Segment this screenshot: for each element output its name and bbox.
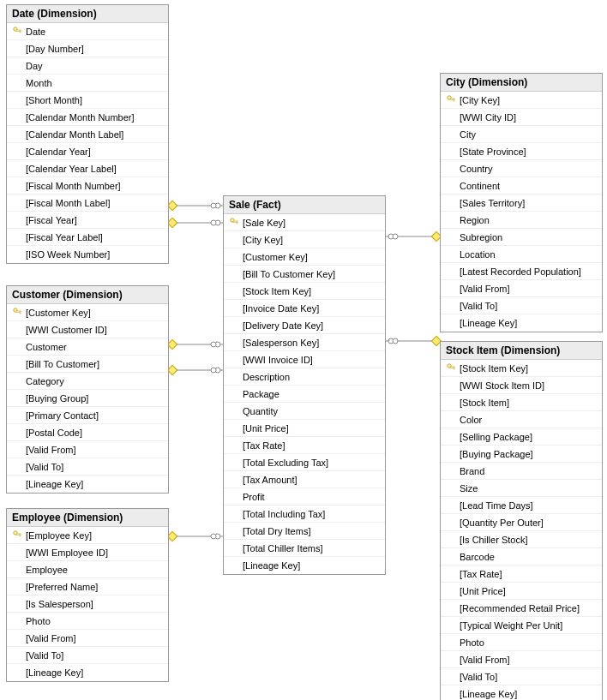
column-row[interactable]: City (441, 126, 602, 143)
column-row[interactable]: [Postal Code] (7, 424, 168, 441)
column-row[interactable]: Employee (7, 561, 168, 578)
column-row[interactable]: Photo (7, 613, 168, 630)
column-row[interactable]: [Salesperson Key] (224, 334, 385, 351)
column-row[interactable]: [Unit Price] (441, 583, 602, 600)
column-row[interactable]: [City Key] (224, 231, 385, 248)
column-row[interactable]: Color (441, 411, 602, 428)
column-row[interactable]: [Fiscal Year] (7, 212, 168, 229)
column-row[interactable]: [Customer Key] (7, 304, 168, 321)
column-row[interactable]: Day (7, 57, 168, 75)
column-row[interactable]: Continent (441, 177, 602, 194)
column-row[interactable]: Country (441, 160, 602, 177)
table-header[interactable]: Customer (Dimension) (7, 286, 168, 304)
column-row[interactable]: [WWI Invoice ID] (224, 351, 385, 368)
table-stock[interactable]: Stock Item (Dimension)[Stock Item Key][W… (440, 341, 603, 700)
column-row[interactable]: [WWI Stock Item ID] (441, 377, 602, 394)
column-row[interactable]: [Valid From] (441, 280, 602, 297)
column-row[interactable]: [Tax Rate] (441, 565, 602, 583)
column-row[interactable]: [Is Salesperson] (7, 595, 168, 613)
table-sale[interactable]: Sale (Fact)[Sale Key][City Key][Customer… (223, 195, 386, 575)
column-row[interactable]: [WWI Customer ID] (7, 321, 168, 338)
column-row[interactable]: Month (7, 75, 168, 92)
column-row[interactable]: Barcode (441, 548, 602, 565)
column-row[interactable]: [Total Including Tax] (224, 506, 385, 523)
column-row[interactable]: [Unit Price] (224, 420, 385, 437)
column-row[interactable]: Brand (441, 463, 602, 480)
column-row[interactable]: [Customer Key] (224, 248, 385, 266)
table-customer[interactable]: Customer (Dimension)[Customer Key][WWI C… (6, 285, 169, 494)
table-header[interactable]: Date (Dimension) (7, 5, 168, 23)
column-row[interactable]: [Valid To] (441, 297, 602, 314)
column-row[interactable]: [Fiscal Year Label] (7, 229, 168, 246)
column-row[interactable]: Quantity (224, 403, 385, 420)
column-row[interactable]: [Buying Group] (7, 390, 168, 407)
column-row[interactable]: [Valid From] (7, 441, 168, 458)
column-row[interactable]: [WWI Employee ID] (7, 544, 168, 561)
column-row[interactable]: [Short Month] (7, 92, 168, 109)
column-row[interactable]: [Delivery Date Key] (224, 317, 385, 334)
column-row[interactable]: [Fiscal Month Number] (7, 177, 168, 194)
table-employee[interactable]: Employee (Dimension)[Employee Key][WWI E… (6, 508, 169, 682)
table-date[interactable]: Date (Dimension)Date[Day Number]DayMonth… (6, 4, 169, 264)
table-header[interactable]: Sale (Fact) (224, 196, 385, 214)
column-row[interactable]: Description (224, 368, 385, 386)
column-row[interactable]: [Employee Key] (7, 527, 168, 544)
column-row[interactable]: Location (441, 246, 602, 263)
column-row[interactable]: [WWI City ID] (441, 109, 602, 126)
column-row[interactable]: Date (7, 23, 168, 40)
column-row[interactable]: [Selling Package] (441, 428, 602, 446)
column-row[interactable]: [Lineage Key] (224, 557, 385, 574)
column-row[interactable]: [Valid From] (7, 630, 168, 647)
column-row[interactable]: [Lineage Key] (441, 314, 602, 332)
column-row[interactable]: [Stock Item] (441, 394, 602, 411)
table-city[interactable]: City (Dimension)[City Key][WWI City ID]C… (440, 73, 603, 332)
column-row[interactable]: [City Key] (441, 92, 602, 109)
column-row[interactable]: [Valid To] (441, 668, 602, 685)
table-header[interactable]: Stock Item (Dimension) (441, 342, 602, 360)
table-header[interactable]: City (Dimension) (441, 74, 602, 92)
column-row[interactable]: [Fiscal Month Label] (7, 194, 168, 212)
column-row[interactable]: [Lineage Key] (7, 476, 168, 493)
column-row[interactable]: Size (441, 480, 602, 497)
column-row[interactable]: [Calendar Month Number] (7, 109, 168, 126)
column-row[interactable]: [Latest Recorded Population] (441, 263, 602, 280)
column-row[interactable]: [Typical Weight Per Unit] (441, 617, 602, 634)
column-row[interactable]: [Preferred Name] (7, 578, 168, 595)
column-row[interactable]: [Total Excluding Tax] (224, 454, 385, 471)
column-row[interactable]: [Valid To] (7, 647, 168, 664)
column-row[interactable]: [Stock Item Key] (441, 360, 602, 377)
column-row[interactable]: [Tax Rate] (224, 437, 385, 454)
column-row[interactable]: [ISO Week Number] (7, 246, 168, 263)
column-row[interactable]: [Is Chiller Stock] (441, 531, 602, 548)
column-row[interactable]: Subregion (441, 229, 602, 246)
column-row[interactable]: [Calendar Month Label] (7, 126, 168, 143)
column-row[interactable]: [Calendar Year Label] (7, 160, 168, 177)
column-row[interactable]: [Total Dry Items] (224, 523, 385, 540)
column-row[interactable]: [Buying Package] (441, 446, 602, 463)
column-row[interactable]: [Recommended Retail Price] (441, 600, 602, 617)
column-row[interactable]: [Lead Time Days] (441, 497, 602, 514)
column-row[interactable]: [Total Chiller Items] (224, 540, 385, 557)
column-row[interactable]: [State Province] (441, 143, 602, 160)
column-row[interactable]: [Lineage Key] (441, 685, 602, 700)
column-row[interactable]: [Sale Key] (224, 214, 385, 231)
column-row[interactable]: [Stock Item Key] (224, 283, 385, 300)
column-row[interactable]: Category (7, 373, 168, 390)
table-header[interactable]: Employee (Dimension) (7, 509, 168, 527)
column-row[interactable]: Customer (7, 338, 168, 356)
column-row[interactable]: [Valid From] (441, 651, 602, 668)
column-row[interactable]: [Valid To] (7, 458, 168, 476)
column-row[interactable]: [Primary Contact] (7, 407, 168, 424)
column-row[interactable]: [Calendar Year] (7, 143, 168, 160)
column-row[interactable]: [Bill To Customer Key] (224, 266, 385, 283)
column-row[interactable]: [Bill To Customer] (7, 356, 168, 373)
column-row[interactable]: [Invoice Date Key] (224, 300, 385, 317)
column-row[interactable]: Profit (224, 488, 385, 506)
column-row[interactable]: [Quantity Per Outer] (441, 514, 602, 531)
column-row[interactable]: Photo (441, 634, 602, 651)
column-row[interactable]: Package (224, 386, 385, 403)
column-row[interactable]: [Tax Amount] (224, 471, 385, 488)
column-row[interactable]: [Lineage Key] (7, 664, 168, 681)
column-row[interactable]: [Sales Territory] (441, 194, 602, 212)
column-row[interactable]: [Day Number] (7, 40, 168, 57)
